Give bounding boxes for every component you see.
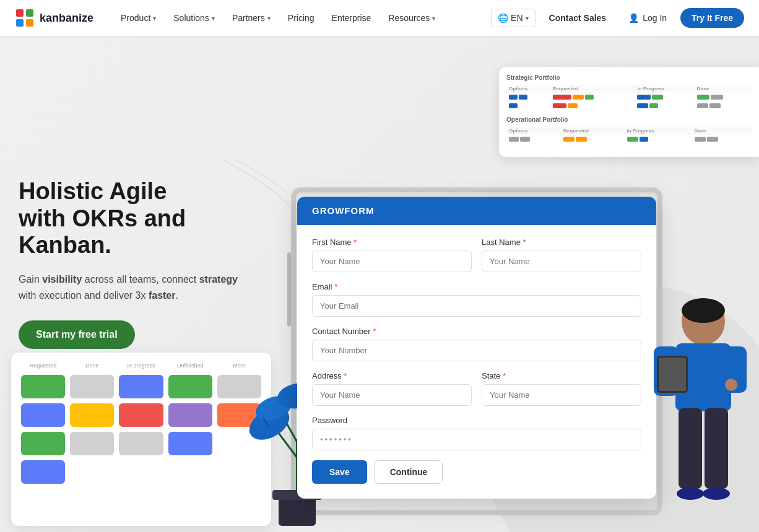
- table-row: [506, 93, 752, 101]
- logo-text: kanbanize: [40, 12, 93, 25]
- hero-section: Holistic Agile with OKRs and Kanban. Gai…: [19, 178, 279, 349]
- first-name-group: First Name *: [312, 238, 472, 272]
- nav-solutions[interactable]: Solutions ▾: [166, 9, 222, 27]
- language-selector[interactable]: 🌐 EN ▾: [491, 9, 535, 27]
- kanban-card: [119, 403, 163, 427]
- kanban-card: [168, 375, 212, 398]
- state-input[interactable]: [482, 384, 641, 406]
- password-input[interactable]: [312, 429, 641, 450]
- first-name-input[interactable]: [312, 251, 472, 272]
- password-label: Password: [312, 416, 641, 425]
- svg-rect-11: [679, 408, 702, 489]
- state-group: State *: [482, 371, 641, 406]
- address-row: Address * State *: [312, 371, 641, 406]
- name-row: First Name * Last Name *: [312, 238, 641, 272]
- address-group: Address *: [312, 371, 472, 406]
- continue-button[interactable]: Continue: [375, 460, 443, 484]
- start-trial-button[interactable]: Start my free trial: [19, 320, 135, 349]
- logo[interactable]: kanbanize: [15, 8, 93, 28]
- nav-enterprise[interactable]: Enterprise: [324, 9, 379, 27]
- growform-body: First Name * Last Name * Em: [297, 225, 656, 499]
- kanban-card: [70, 375, 114, 398]
- last-name-input[interactable]: [482, 251, 641, 272]
- save-button[interactable]: Save: [312, 460, 367, 484]
- chevron-down-icon: ▾: [267, 15, 271, 22]
- kanban-preview: Requested Done In progress Unfinished Mo…: [11, 353, 271, 526]
- password-group: Password: [312, 416, 641, 450]
- growform-modal: GROWFORM First Name * Last Name *: [297, 197, 656, 499]
- svg-point-14: [703, 487, 730, 500]
- globe-icon: 🌐: [498, 13, 508, 23]
- kanban-card: [21, 460, 65, 484]
- contact-input[interactable]: [312, 340, 641, 361]
- kanban-header: Requested Done In progress Unfinished Mo…: [21, 363, 261, 369]
- svg-rect-3: [26, 19, 33, 27]
- svg-rect-9: [659, 358, 686, 391]
- email-group: Email *: [312, 282, 641, 317]
- kanban-card: [70, 403, 114, 427]
- contact-group: Contact Number *: [312, 327, 641, 361]
- user-icon: 👤: [628, 13, 639, 23]
- chevron-down-icon: ▾: [432, 15, 435, 22]
- nav-right: 🌐 EN ▾ Contact Sales 👤 Log In Try It Fre…: [491, 8, 744, 28]
- svg-point-13: [677, 487, 704, 500]
- email-input[interactable]: [312, 295, 641, 317]
- address-input[interactable]: [312, 384, 472, 406]
- nav-resources[interactable]: Resources ▾: [381, 9, 443, 27]
- svg-rect-2: [16, 19, 24, 27]
- chevron-down-icon: ▾: [212, 15, 215, 22]
- email-row: Email *: [312, 282, 641, 317]
- nav-product[interactable]: Product ▾: [113, 9, 163, 27]
- svg-rect-1: [26, 9, 33, 17]
- nav-pricing[interactable]: Pricing: [280, 9, 322, 27]
- svg-rect-12: [705, 408, 728, 489]
- kanban-cards: [21, 375, 261, 484]
- dashboard-section2-title: Operational Portfolio: [506, 116, 752, 123]
- kanban-card: [119, 375, 163, 398]
- contact-row: Contact Number *: [312, 327, 641, 361]
- hero-title: Holistic Agile with OKRs and Kanban.: [19, 178, 279, 259]
- dashboard-table2: Options Requested In Progress Done: [506, 127, 752, 144]
- form-actions: Save Continue: [312, 460, 641, 484]
- kanban-card: [70, 432, 114, 455]
- kanban-card: [21, 432, 65, 455]
- nav-partners[interactable]: Partners ▾: [225, 9, 278, 27]
- nav-links: Product ▾ Solutions ▾ Partners ▾ Pricing…: [113, 9, 491, 27]
- dashboard-preview: Strategic Portfolio Options Requested In…: [499, 67, 759, 157]
- email-label: Email *: [312, 282, 641, 291]
- main-content: Holistic Agile with OKRs and Kanban. Gai…: [0, 36, 759, 532]
- svg-point-15: [725, 379, 737, 391]
- growform-header: GROWFORM: [297, 197, 656, 225]
- growform-title: GROWFORM: [312, 205, 374, 216]
- svg-rect-0: [16, 9, 24, 17]
- chevron-down-icon: ▾: [153, 15, 156, 22]
- kanban-column-1: [21, 375, 65, 484]
- kanban-column-4: [168, 375, 212, 484]
- kanban-card: [21, 375, 65, 398]
- dashboard-table1: Options Requested In Progress Done: [506, 85, 752, 110]
- svg-point-5: [682, 298, 725, 323]
- navbar: kanbanize Product ▾ Solutions ▾ Partners…: [0, 0, 759, 36]
- last-name-group: Last Name *: [482, 238, 641, 272]
- kanban-card: [168, 432, 212, 455]
- contact-sales-button[interactable]: Contact Sales: [540, 9, 615, 27]
- kanban-column-3: [119, 375, 163, 484]
- try-free-button[interactable]: Try It Free: [680, 8, 744, 28]
- login-button[interactable]: 👤 Log In: [620, 9, 675, 27]
- table-row: [506, 101, 752, 110]
- last-name-label: Last Name *: [482, 238, 641, 247]
- kanban-card: [168, 403, 212, 427]
- kanban-card: [21, 403, 65, 427]
- kanban-column-2: [70, 375, 114, 484]
- table-row: [506, 135, 752, 144]
- person-illustration: [654, 285, 753, 532]
- state-label: State *: [482, 371, 641, 380]
- logo-icon: [15, 8, 35, 28]
- contact-label: Contact Number *: [312, 327, 641, 336]
- address-label: Address *: [312, 371, 472, 380]
- kanban-card: [119, 432, 163, 455]
- dashboard-section1-title: Strategic Portfolio: [506, 74, 752, 81]
- chevron-down-icon: ▾: [526, 15, 529, 22]
- first-name-label: First Name *: [312, 238, 472, 247]
- hero-description: Gain visibility across all teams, connec…: [19, 272, 279, 303]
